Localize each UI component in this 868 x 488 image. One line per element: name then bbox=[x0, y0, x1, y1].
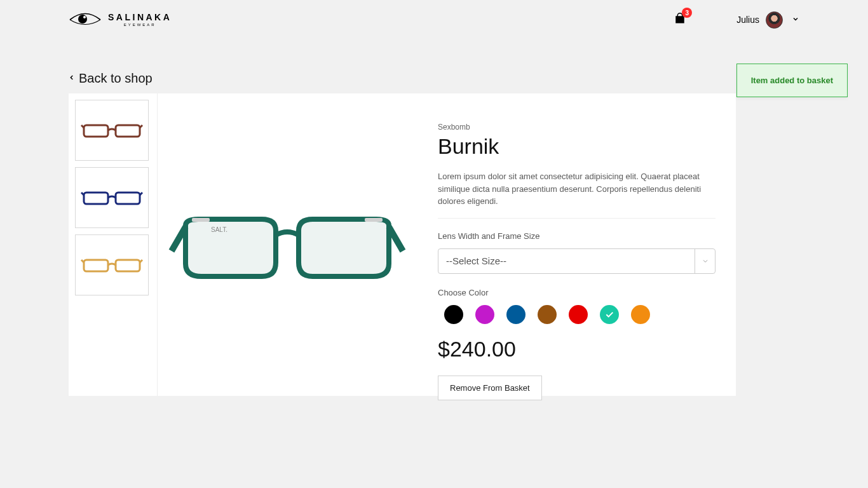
product-details: Sexbomb Burnik Lorem ipsum dolor sit ame… bbox=[417, 93, 736, 396]
avatar bbox=[766, 11, 783, 29]
color-swatch-purple[interactable] bbox=[475, 305, 494, 324]
thumbnail[interactable] bbox=[75, 167, 149, 228]
back-label: Back to shop bbox=[79, 71, 153, 86]
chevron-down-icon bbox=[695, 249, 715, 273]
svg-rect-9 bbox=[365, 218, 383, 222]
glasses-icon: SALT. bbox=[166, 181, 408, 308]
glasses-icon bbox=[80, 185, 144, 210]
svg-rect-8 bbox=[192, 218, 210, 222]
svg-point-1 bbox=[83, 16, 86, 18]
cart-badge: 3 bbox=[682, 8, 692, 18]
username: Julius bbox=[736, 15, 759, 25]
product-brand-tag: Sexbomb bbox=[438, 123, 715, 132]
logo[interactable]: SALINAKA EYEWEAR bbox=[69, 11, 172, 28]
toast-message: Item added to basket bbox=[751, 76, 833, 85]
color-swatch-brown[interactable] bbox=[538, 305, 557, 324]
logo-text: SALINAKA EYEWEAR bbox=[108, 13, 172, 27]
size-select[interactable]: --Select Size-- bbox=[438, 248, 715, 274]
logo-brand: SALINAKA bbox=[108, 13, 172, 22]
glasses-icon bbox=[80, 118, 144, 143]
cart-button[interactable]: 3 bbox=[674, 13, 686, 27]
color-swatch-list bbox=[438, 305, 715, 324]
color-swatch-teal[interactable] bbox=[600, 305, 619, 324]
product-price: $240.00 bbox=[438, 337, 715, 362]
svg-rect-6 bbox=[84, 260, 108, 271]
svg-text:SALT.: SALT. bbox=[211, 226, 227, 233]
svg-rect-7 bbox=[116, 260, 140, 271]
color-swatch-blue[interactable] bbox=[506, 305, 526, 324]
header: SALINAKA EYEWEAR 3 Julius bbox=[0, 0, 868, 39]
thumbnail[interactable] bbox=[75, 234, 149, 295]
size-select-value: --Select Size-- bbox=[446, 255, 506, 266]
user-menu[interactable]: Julius bbox=[736, 11, 799, 29]
product-description: Lorem ipsum dolor sit amet consectetur a… bbox=[438, 170, 711, 208]
header-right: 3 Julius bbox=[674, 11, 799, 29]
color-swatch-red[interactable] bbox=[569, 305, 588, 324]
thumbnail-list bbox=[69, 93, 158, 396]
check-icon bbox=[604, 309, 614, 320]
thumbnail[interactable] bbox=[75, 100, 149, 161]
toast-item-added: Item added to basket bbox=[736, 64, 848, 97]
divider bbox=[438, 218, 715, 219]
svg-rect-3 bbox=[116, 125, 140, 137]
product-name: Burnik bbox=[438, 134, 715, 159]
logo-sub: EYEWEAR bbox=[108, 23, 172, 27]
product-panel: SALT. Sexbomb Burnik Lorem ipsum dolor s… bbox=[69, 93, 736, 396]
svg-point-0 bbox=[78, 15, 87, 24]
svg-rect-5 bbox=[116, 193, 140, 204]
glasses-icon bbox=[80, 252, 144, 278]
svg-rect-4 bbox=[84, 193, 108, 204]
color-swatch-black[interactable] bbox=[444, 305, 463, 324]
eye-logo-icon bbox=[69, 11, 102, 28]
product-main-image: SALT. bbox=[158, 93, 417, 396]
chevron-down-icon bbox=[789, 15, 799, 25]
size-label: Lens Width and Frame Size bbox=[438, 231, 715, 241]
remove-from-basket-button[interactable]: Remove From Basket bbox=[438, 376, 542, 400]
color-swatch-orange[interactable] bbox=[631, 305, 650, 324]
chevron-left-icon bbox=[69, 71, 75, 86]
svg-rect-2 bbox=[84, 125, 108, 137]
back-to-shop-link[interactable]: Back to shop bbox=[69, 71, 153, 86]
color-label: Choose Color bbox=[438, 288, 715, 297]
